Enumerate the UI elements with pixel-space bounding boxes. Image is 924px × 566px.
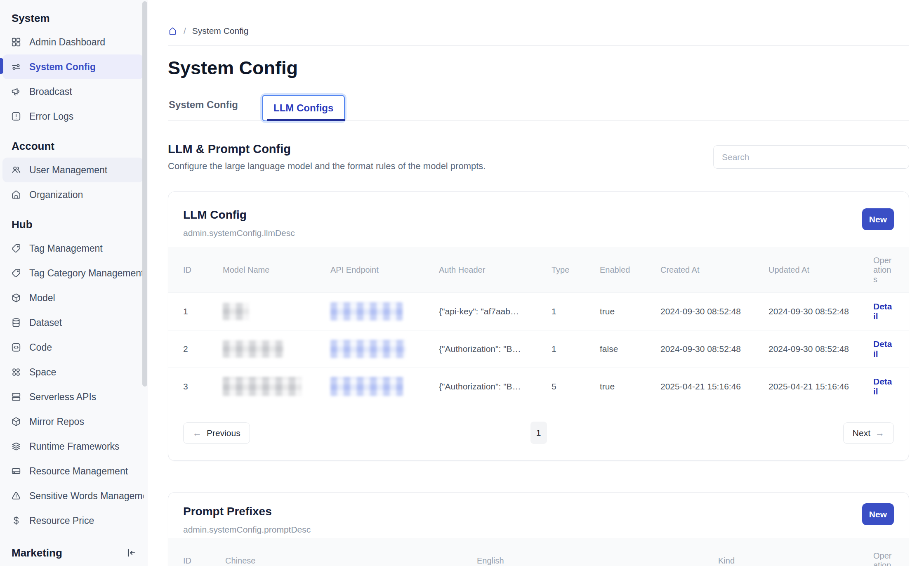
sidebar-item-space[interactable]: Space <box>2 360 144 384</box>
breadcrumb-home-link[interactable] <box>168 26 177 36</box>
page-title: System Config <box>168 57 909 80</box>
cube-icon <box>11 292 21 303</box>
organization-icon <box>11 189 21 200</box>
collapse-sidebar-icon <box>125 547 137 559</box>
sidebar-item-dataset[interactable]: Dataset <box>2 310 144 335</box>
redacted-api-endpoint <box>330 340 405 358</box>
sidebar-section-system: System Admin Dashboard System Config Bro… <box>0 7 148 129</box>
sidebar-item-label: Tag Category Management <box>29 268 144 279</box>
cell-created-at: 2025-04-21 15:16:46 <box>660 368 768 406</box>
database-icon <box>11 317 21 328</box>
sliders-icon <box>11 61 21 72</box>
dollar-icon <box>11 515 21 526</box>
megaphone-icon <box>11 86 21 97</box>
space-circles-icon <box>11 367 21 377</box>
arrow-right-icon: → <box>875 429 884 438</box>
previous-page-button[interactable]: ← Previous <box>183 422 250 444</box>
sidebar-item-system-config[interactable]: System Config <box>2 54 144 79</box>
sidebar-item-label: Organization <box>29 189 83 200</box>
llm-new-button[interactable]: New <box>862 208 894 230</box>
sidebar-item-serverless-apis[interactable]: Serverless APIs <box>2 384 144 409</box>
sidebar-item-code[interactable]: Code <box>2 335 144 360</box>
cell-auth-header: {"Authorization": "B… <box>439 368 552 406</box>
cell-api-endpoint <box>330 293 439 330</box>
collapse-sidebar-button[interactable] <box>125 547 137 559</box>
table-row: 3 {"Authorization": "B… 5 true 2025-04-2… <box>168 368 909 406</box>
page-number[interactable]: 1 <box>530 422 547 444</box>
sidebar-item-label: User Management <box>29 165 107 176</box>
error-square-icon <box>11 111 21 122</box>
sidebar-item-mirror-repos[interactable]: Mirror Repos <box>2 409 144 434</box>
next-label: Next <box>853 428 870 438</box>
sidebar-item-label: Mirror Repos <box>29 416 84 427</box>
sidebar-item-sensitive-words-management[interactable]: Sensitive Words Management <box>2 483 144 508</box>
cell-updated-at: 2025-04-21 15:16:46 <box>768 368 873 406</box>
col-updated-at: Updated At <box>768 247 873 293</box>
sidebar-footer: Marketing <box>0 540 148 566</box>
sidebar-item-label: Error Logs <box>29 111 73 122</box>
sidebar-item-admin-dashboard[interactable]: Admin Dashboard <box>2 30 144 54</box>
prompt-new-button[interactable]: New <box>862 503 894 525</box>
cell-updated-at: 2024-09-30 08:52:48 <box>768 330 873 368</box>
section-title: LLM & Prompt Config <box>168 142 486 156</box>
active-item-indicator <box>0 58 3 74</box>
llm-config-table: ID Model Name API Endpoint Auth Header T… <box>168 247 909 405</box>
hard-drive-icon <box>11 466 21 476</box>
tab-system-config[interactable]: System Config <box>168 99 239 120</box>
col-id: ID <box>168 247 223 293</box>
detail-link[interactable]: Detail <box>873 339 892 358</box>
sidebar-item-model[interactable]: Model <box>2 285 144 310</box>
search-input[interactable] <box>713 145 909 169</box>
col-api-endpoint: API Endpoint <box>330 247 439 293</box>
sidebar-item-label: Broadcast <box>29 86 72 97</box>
cell-enabled: false <box>600 330 660 368</box>
home-icon <box>168 26 177 36</box>
sidebar-item-resource-price[interactable]: Resource Price <box>2 508 144 533</box>
redacted-api-endpoint <box>330 377 403 396</box>
cell-created-at: 2024-09-30 08:52:48 <box>660 293 768 330</box>
redacted-model-name <box>223 377 302 396</box>
cell-api-endpoint <box>330 368 439 406</box>
prompt-card-header: Prompt Prefixes admin.systemConfig.promp… <box>168 493 909 535</box>
sidebar-item-user-management[interactable]: User Management <box>2 158 144 182</box>
breadcrumb: / System Config <box>168 26 909 36</box>
col-operations: Operations <box>873 247 909 293</box>
sidebar-section-label-account: Account <box>0 134 148 158</box>
sidebar-item-organization[interactable]: Organization <box>2 182 144 207</box>
detail-link[interactable]: Detail <box>873 377 892 396</box>
sidebar-item-label: Resource Management <box>29 466 128 477</box>
prompt-prefixes-card: Prompt Prefixes admin.systemConfig.promp… <box>168 492 909 566</box>
sidebar-section-label-hub: Hub <box>0 213 148 236</box>
cell-auth-header: {"Authorization": "B… <box>439 330 552 368</box>
sidebar-item-resource-management[interactable]: Resource Management <box>2 459 144 483</box>
sidebar: System Admin Dashboard System Config Bro… <box>0 0 148 566</box>
sidebar-item-label: Admin Dashboard <box>29 37 105 48</box>
cell-type: 5 <box>552 368 600 406</box>
sidebar-item-tag-management[interactable]: Tag Management <box>2 236 144 261</box>
section-header-text: LLM & Prompt Config Configure the large … <box>168 142 486 172</box>
col-type: Type <box>552 247 600 293</box>
detail-link[interactable]: Detail <box>873 302 892 321</box>
prompt-prefixes-table: ID Chinese English Kind Operation <box>168 538 909 566</box>
sidebar-item-label: Runtime Frameworks <box>29 441 120 452</box>
sidebar-item-broadcast[interactable]: Broadcast <box>2 79 144 104</box>
sidebar-item-label: System Config <box>29 61 96 73</box>
sidebar-item-label: Space <box>29 367 56 378</box>
section-header: LLM & Prompt Config Configure the large … <box>168 142 909 172</box>
cell-api-endpoint <box>330 330 439 368</box>
sidebar-item-label: Tag Management <box>29 243 103 254</box>
pagination: ← Previous 1 Next → <box>168 405 909 460</box>
cell-enabled: true <box>600 368 660 406</box>
col-id: ID <box>168 538 225 566</box>
tab-llm-configs[interactable]: LLM Configs <box>262 95 345 121</box>
sidebar-section-label-system: System <box>0 7 148 30</box>
sidebar-scrollbar[interactable] <box>142 1 147 387</box>
warning-triangle-icon <box>11 491 21 501</box>
redacted-api-endpoint <box>330 302 403 321</box>
cell-model-name <box>223 368 330 406</box>
sidebar-item-tag-category-management[interactable]: Tag Category Management <box>2 261 144 285</box>
sidebar-item-runtime-frameworks[interactable]: Runtime Frameworks <box>2 434 144 459</box>
sidebar-item-error-logs[interactable]: Error Logs <box>2 104 144 129</box>
next-page-button[interactable]: Next → <box>843 422 894 444</box>
sidebar-section-label-marketing: Marketing <box>12 547 62 559</box>
